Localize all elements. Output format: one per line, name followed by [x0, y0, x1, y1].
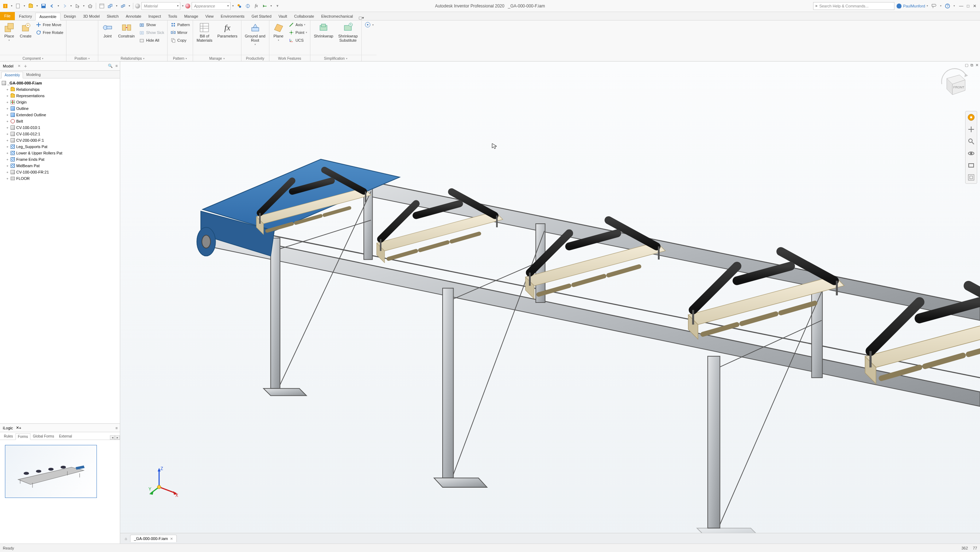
tab-3d-model[interactable]: 3D Model: [80, 13, 103, 20]
color-override-icon[interactable]: [235, 2, 243, 10]
finish-icon[interactable]: ▾: [364, 21, 374, 28]
tab-design[interactable]: Design: [60, 13, 80, 20]
tree-node[interactable]: +Extended Outline: [1, 112, 119, 118]
ilogic-scroll-left-icon[interactable]: ◂: [110, 435, 115, 439]
free-rotate-button[interactable]: Free Rotate: [35, 29, 64, 36]
ilogic-form-thumbnail[interactable]: [5, 445, 97, 498]
nav-full-icon[interactable]: [967, 173, 976, 182]
material-swatch-icon[interactable]: [135, 3, 140, 8]
axis-button[interactable]: Axis ▾: [288, 21, 308, 28]
ilogic-tab-global-forms[interactable]: Global Forms: [30, 433, 57, 439]
free-move-button[interactable]: Free Move: [35, 21, 64, 28]
select-icon[interactable]: [73, 2, 81, 10]
nav-orbit-icon[interactable]: [967, 149, 976, 158]
tab-get-started[interactable]: Get Started: [248, 13, 275, 20]
new-drop[interactable]: ▾: [22, 4, 26, 8]
tab-factory[interactable]: Factory: [16, 13, 36, 20]
home-icon[interactable]: [86, 2, 94, 10]
undo-icon[interactable]: [48, 2, 56, 10]
redo-icon[interactable]: [61, 2, 68, 10]
tab-view[interactable]: View: [202, 13, 218, 20]
team-web-icon[interactable]: [98, 2, 106, 10]
assembly-icon[interactable]: [107, 2, 114, 10]
return-drop[interactable]: ▾: [269, 4, 273, 8]
ilogic-menu-icon[interactable]: ≡: [116, 426, 118, 430]
asm-drop[interactable]: ▾: [115, 4, 118, 8]
window-minimize-icon[interactable]: —: [959, 3, 963, 8]
ilogic-scroll-right-icon[interactable]: ▸: [115, 435, 120, 439]
select-drop[interactable]: ▾: [82, 4, 86, 8]
browser-search-icon[interactable]: 🔍: [108, 63, 113, 68]
browser-tab-add-icon[interactable]: +: [22, 63, 29, 69]
tree-node[interactable]: +Representations: [1, 93, 119, 99]
doc-home-icon[interactable]: ⌂: [122, 536, 130, 541]
appearance-swatch-icon[interactable]: [185, 3, 190, 8]
ucs-button[interactable]: UCS: [288, 37, 308, 44]
tree-node[interactable]: +Lower & Upper Rollers Pat: [1, 150, 119, 156]
model-tree[interactable]: _GA-000-000-F.iam +Relationships+Represe…: [0, 78, 120, 424]
doc-tab-close-icon[interactable]: ✕: [170, 537, 173, 541]
browser-tab-model[interactable]: Model: [0, 63, 16, 70]
save-icon[interactable]: [40, 2, 48, 10]
ilogic-add-icon[interactable]: +: [19, 426, 21, 430]
appearance-drop[interactable]: ▾: [231, 4, 235, 8]
material-combo[interactable]: Material▾: [142, 2, 180, 10]
window-restore-icon[interactable]: □: [967, 3, 969, 8]
browser-tab-close-icon[interactable]: ✕: [16, 64, 22, 68]
browser-menu-icon[interactable]: ≡: [116, 63, 118, 68]
browser-subtab-assembly[interactable]: Assembly: [2, 72, 23, 78]
doc-tab-active[interactable]: _GA-000-000-F.iam ✕: [130, 535, 177, 542]
ground-root-button[interactable]: Ground and Root▾: [243, 21, 267, 47]
shrinkwrap-button[interactable]: Shrinkwrap: [312, 21, 335, 39]
browser-subtab-modeling[interactable]: Modeling: [23, 71, 44, 78]
tree-root[interactable]: _GA-000-000-F.iam: [1, 80, 119, 86]
tab-annotate[interactable]: Annotate: [123, 13, 145, 20]
mirror-button[interactable]: Mirror: [170, 29, 191, 36]
tab-manage[interactable]: Manage: [181, 13, 202, 20]
help-icon[interactable]: ?: [943, 2, 951, 10]
place-button[interactable]: Place▾: [2, 21, 16, 43]
ribbon-collapse-icon[interactable]: ▢▾: [358, 16, 364, 20]
update-icon[interactable]: [119, 2, 127, 10]
viewport-3d[interactable]: ▢ ⧉ ✕: [120, 62, 980, 544]
point-button[interactable]: Point ▾: [288, 29, 308, 36]
ilogic-tab-external[interactable]: External: [57, 433, 75, 439]
viewcube[interactable]: FRONT: [940, 68, 970, 98]
tab-vault[interactable]: Vault: [275, 13, 291, 20]
ilogic-tab-rules[interactable]: Rules: [2, 433, 16, 439]
window-close-icon[interactable]: ✕: [973, 3, 977, 8]
tab-environments[interactable]: Environments: [217, 13, 248, 20]
tree-node[interactable]: +CV-200-000-F:1: [1, 137, 119, 143]
tree-node[interactable]: +FLOOR: [1, 175, 119, 182]
qat-customize-icon[interactable]: ▾: [274, 2, 282, 10]
open-icon[interactable]: [27, 2, 35, 10]
tree-node[interactable]: +CV-100-000-FR:21: [1, 169, 119, 175]
ilogic-close-icon[interactable]: ✕: [16, 425, 19, 430]
nav-steering-wheel-icon[interactable]: [967, 113, 976, 122]
update-drop[interactable]: ▾: [127, 4, 131, 8]
user-account[interactable]: PaulMunford ▾: [897, 3, 928, 8]
fx-icon[interactable]: fx: [253, 2, 260, 10]
tab-inspect[interactable]: Inspect: [145, 13, 164, 20]
nav-zoom-icon[interactable]: [967, 137, 976, 146]
tab-file[interactable]: File: [0, 12, 15, 20]
constrain-button[interactable]: Constrain: [117, 21, 136, 39]
show-button[interactable]: Show: [138, 21, 165, 28]
tree-node[interactable]: +Belt: [1, 118, 119, 124]
favorites-icon[interactable]: [930, 2, 938, 10]
undo-drop[interactable]: ▾: [57, 4, 60, 8]
appearance-combo[interactable]: Appearance▾: [192, 2, 231, 10]
shrinkwrap-substitute-button[interactable]: ↻ Shrinkwrap Substitute: [337, 21, 359, 43]
joint-button[interactable]: Joint: [100, 21, 115, 39]
open-drop[interactable]: ▾: [35, 4, 39, 8]
qat-dropdown-icon[interactable]: ▾: [10, 4, 13, 8]
redo-drop[interactable]: ▾: [69, 4, 73, 8]
bom-button[interactable]: Bill of Materials: [195, 21, 214, 43]
copy-button[interactable]: Copy: [170, 37, 191, 44]
tree-node[interactable]: +Origin: [1, 99, 119, 105]
tree-node[interactable]: +Frame Ends Pat: [1, 156, 119, 163]
ilogic-tab-forms[interactable]: Forms: [16, 433, 30, 440]
tree-node[interactable]: +Leg_Supports Pat: [1, 143, 119, 150]
tree-node[interactable]: +Relationships: [1, 86, 119, 93]
tab-sketch[interactable]: Sketch: [103, 13, 123, 20]
